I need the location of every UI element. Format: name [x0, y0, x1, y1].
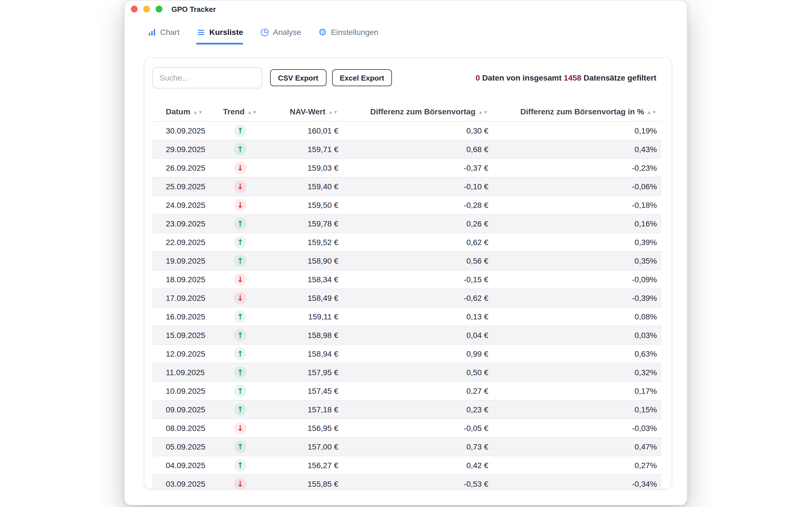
- cell-differenz-prozent: 0,43%: [493, 140, 661, 159]
- cell-nav-wert: 158,90 €: [260, 251, 343, 270]
- cell-date: 03.09.2025: [152, 474, 220, 490]
- cell-trend: ↑: [220, 456, 260, 474]
- cell-trend: ↑: [220, 307, 260, 326]
- trend-down-icon: ↓: [234, 292, 246, 304]
- cell-trend: ↑: [220, 363, 260, 382]
- cell-date: 17.09.2025: [152, 289, 220, 307]
- column-header-datum[interactable]: Datum▲▼: [152, 102, 220, 121]
- trend-down-icon: ↓: [234, 199, 246, 211]
- cell-date: 24.09.2025: [152, 196, 220, 214]
- cell-differenz: 0,62 €: [343, 233, 493, 251]
- column-header-differenz-prozent[interactable]: Differenz zum Börsenvortag in %▲▼: [493, 102, 661, 121]
- cell-differenz-prozent: 0,16%: [493, 214, 661, 233]
- cell-differenz-prozent: 0,35%: [493, 251, 661, 270]
- cell-differenz: 0,04 €: [343, 326, 493, 344]
- cell-differenz: 0,30 €: [343, 121, 493, 140]
- cell-nav-wert: 159,40 €: [260, 177, 343, 196]
- cell-differenz-prozent: -0,03%: [493, 419, 661, 438]
- table-row: 26.09.2025 ↓ 159,03 € -0,37 € -0,23%: [152, 159, 661, 177]
- cell-trend: ↑: [220, 251, 260, 270]
- cell-nav-wert: 159,11 €: [260, 307, 343, 326]
- cell-differenz-prozent: -0,39%: [493, 289, 661, 307]
- cell-trend: ↑: [220, 438, 260, 456]
- table-row: 15.09.2025 ↑ 158,98 € 0,04 € 0,03%: [152, 326, 661, 344]
- trend-up-icon: ↑: [234, 348, 246, 360]
- column-header-nav-wert[interactable]: NAV-Wert▲▼: [260, 102, 343, 121]
- cell-trend: ↓: [220, 196, 260, 214]
- column-header-trend[interactable]: Trend▲▼: [220, 102, 260, 121]
- tab-label: Kursliste: [209, 27, 243, 37]
- cell-differenz: 0,27 €: [343, 382, 493, 400]
- cell-differenz: -0,62 €: [343, 289, 493, 307]
- cell-date: 15.09.2025: [152, 326, 220, 344]
- cell-trend: ↓: [220, 474, 260, 490]
- trend-up-icon: ↑: [234, 255, 246, 267]
- cell-date: 25.09.2025: [152, 177, 220, 196]
- cell-differenz: 0,56 €: [343, 251, 493, 270]
- tab-label: Einstellungen: [331, 27, 378, 37]
- cell-date: 04.09.2025: [152, 456, 220, 474]
- cell-differenz: -0,05 €: [343, 419, 493, 438]
- cell-date: 22.09.2025: [152, 233, 220, 251]
- cell-nav-wert: 158,98 €: [260, 326, 343, 344]
- filter-summary: 0 Daten von insgesamt 1458 Datensätze ge…: [476, 73, 656, 82]
- trend-up-icon: ↑: [234, 311, 246, 323]
- tab-chart[interactable]: Chart: [147, 27, 179, 45]
- cell-trend: ↑: [220, 326, 260, 344]
- cell-differenz-prozent: 0,08%: [493, 307, 661, 326]
- cell-date: 29.09.2025: [152, 140, 220, 159]
- table-row: 18.09.2025 ↓ 158,34 € -0,15 € -0,09%: [152, 270, 661, 289]
- trend-up-icon: ↑: [234, 329, 246, 341]
- cell-differenz-prozent: 0,19%: [493, 121, 661, 140]
- table-row: 08.09.2025 ↓ 156,95 € -0,05 € -0,03%: [152, 419, 661, 438]
- zoom-button[interactable]: [156, 6, 162, 12]
- csv-export-button[interactable]: CSV Export: [270, 69, 326, 86]
- cell-differenz-prozent: -0,34%: [493, 474, 661, 490]
- cell-differenz: 0,42 €: [343, 456, 493, 474]
- tab-kursliste[interactable]: Kursliste: [196, 27, 243, 45]
- cell-trend: ↑: [220, 233, 260, 251]
- close-button[interactable]: [131, 6, 138, 12]
- cell-trend: ↑: [220, 121, 260, 140]
- toolbar: CSV Export Excel Export 0 Daten von insg…: [152, 67, 664, 89]
- excel-export-button[interactable]: Excel Export: [332, 69, 392, 86]
- cell-nav-wert: 158,49 €: [260, 289, 343, 307]
- cell-date: 12.09.2025: [152, 344, 220, 363]
- cell-nav-wert: 157,18 €: [260, 400, 343, 419]
- tab-analyse[interactable]: Analyse: [260, 27, 301, 45]
- table-row: 10.09.2025 ↑ 157,45 € 0,27 € 0,17%: [152, 382, 661, 400]
- table-row: 23.09.2025 ↑ 159,78 € 0,26 € 0,16%: [152, 214, 661, 233]
- trend-up-icon: ↑: [234, 441, 246, 453]
- cell-nav-wert: 157,45 €: [260, 382, 343, 400]
- tab-einstellungen[interactable]: ⚙ Einstellungen: [318, 27, 378, 45]
- cell-differenz: -0,28 €: [343, 196, 493, 214]
- trend-up-icon: ↑: [234, 217, 246, 230]
- cell-differenz: 0,73 €: [343, 438, 493, 456]
- cell-nav-wert: 159,52 €: [260, 233, 343, 251]
- cell-nav-wert: 158,34 €: [260, 270, 343, 289]
- cell-nav-wert: 156,27 €: [260, 456, 343, 474]
- table-row: 04.09.2025 ↑ 156,27 € 0,42 € 0,27%: [152, 456, 661, 474]
- cell-differenz-prozent: 0,47%: [493, 438, 661, 456]
- column-header-differenz[interactable]: Differenz zum Börsenvortag▲▼: [343, 102, 493, 121]
- tab-label: Analyse: [273, 27, 301, 37]
- cell-differenz-prozent: 0,27%: [493, 456, 661, 474]
- cell-trend: ↑: [220, 382, 260, 400]
- cell-trend: ↓: [220, 270, 260, 289]
- table-row: 11.09.2025 ↑ 157,95 € 0,50 € 0,32%: [152, 363, 661, 382]
- tab-bar: Chart Kursliste Analyse ⚙ Einstellungen: [147, 27, 675, 45]
- cell-date: 08.09.2025: [152, 419, 220, 438]
- summary-text: Datensätze gefiltert: [581, 73, 656, 82]
- cell-trend: ↑: [220, 140, 260, 159]
- search-input[interactable]: [152, 67, 262, 89]
- cell-differenz: 0,13 €: [343, 307, 493, 326]
- cell-differenz-prozent: 0,15%: [493, 400, 661, 419]
- minimize-button[interactable]: [143, 6, 150, 12]
- pie-chart-icon: [260, 27, 269, 37]
- cell-nav-wert: 159,50 €: [260, 196, 343, 214]
- trend-down-icon: ↓: [234, 180, 246, 193]
- table-row: 24.09.2025 ↓ 159,50 € -0,28 € -0,18%: [152, 196, 661, 214]
- cell-differenz: -0,15 €: [343, 270, 493, 289]
- cell-differenz-prozent: -0,09%: [493, 270, 661, 289]
- table-row: 29.09.2025 ↑ 159,71 € 0,68 € 0,43%: [152, 140, 661, 159]
